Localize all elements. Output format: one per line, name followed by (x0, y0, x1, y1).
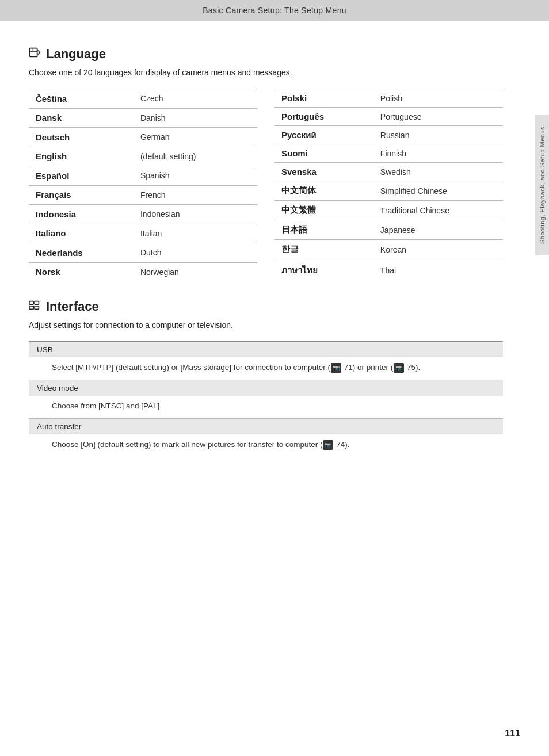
language-native: Nederlands (29, 243, 134, 263)
language-native: ภาษาไทย (274, 259, 373, 282)
interface-row-label: USB (29, 342, 503, 358)
language-english: Korean (373, 240, 503, 259)
language-row: Norsk Norwegian (29, 262, 257, 281)
language-native: Italiano (29, 224, 134, 243)
interface-row-header: Auto transfer (29, 418, 503, 434)
language-row: ภาษาไทย Thai (274, 259, 503, 282)
language-row: 中文繁體 Traditional Chinese (274, 201, 503, 220)
interface-heading: Interface (29, 299, 503, 315)
interface-row-label: Auto transfer (29, 418, 503, 434)
language-english: Thai (373, 259, 503, 282)
language-english: Swedish (373, 163, 503, 181)
interface-row-header: Video mode (29, 380, 503, 396)
language-native: Español (29, 166, 134, 186)
svg-rect-2 (35, 301, 39, 305)
language-native: Polski (274, 89, 373, 108)
language-row: Suomi Finnish (274, 144, 503, 163)
language-native: Suomi (274, 144, 373, 163)
interface-desc-text: Choose [On] (default setting) to mark al… (29, 434, 503, 457)
language-right-table: Polski Polish Português Portuguese Русск… (274, 89, 503, 281)
language-english: Indonesian (134, 205, 257, 224)
interface-description: Adjust settings for connection to a comp… (29, 320, 503, 330)
interface-row-header: USB (29, 342, 503, 358)
interface-title: Interface (46, 299, 99, 314)
main-content: Language Choose one of 20 languages for … (0, 21, 532, 471)
language-native: Čeština (29, 89, 134, 109)
language-english: Portuguese (373, 108, 503, 126)
page-number: 111 (505, 728, 520, 739)
language-row: 中文简体 Simplified Chinese (274, 181, 503, 201)
language-native: 中文繁體 (274, 201, 373, 220)
language-row: Dansk Danish (29, 108, 257, 128)
language-native: Português (274, 108, 373, 126)
language-native: 中文简体 (274, 181, 373, 201)
reference-icon: 📷 (323, 440, 333, 450)
language-english: Norwegian (134, 262, 257, 281)
language-native: English (29, 147, 134, 166)
language-title: Language (46, 47, 106, 62)
interface-row-desc: Select [MTP/PTP] (default setting) or [M… (29, 357, 503, 380)
language-english: German (134, 128, 257, 147)
language-native: 日本語 (274, 220, 373, 240)
language-row: English (default setting) (29, 147, 257, 166)
language-english: Traditional Chinese (373, 201, 503, 220)
svg-rect-3 (29, 306, 33, 310)
language-english: French (134, 185, 257, 205)
language-heading: Language (29, 46, 503, 62)
language-native: 한글 (274, 240, 373, 259)
language-row: Italiano Italian (29, 224, 257, 243)
language-row: Svenska Swedish (274, 163, 503, 181)
interface-desc-text: Select [MTP/PTP] (default setting) or [M… (29, 357, 503, 380)
language-row: Français French (29, 185, 257, 205)
language-english: Czech (134, 89, 257, 109)
language-row: Русский Russian (274, 126, 503, 144)
interface-desc-text: Choose from [NTSC] and [PAL]. (29, 396, 503, 418)
language-english: Russian (373, 126, 503, 144)
language-english: Japanese (373, 220, 503, 240)
page-header: Basic Camera Setup: The Setup Menu (0, 0, 549, 21)
interface-table: USBSelect [MTP/PTP] (default setting) or… (29, 341, 503, 457)
language-native: Deutsch (29, 128, 134, 147)
language-english: Polish (373, 89, 503, 108)
language-row: Polski Polish (274, 89, 503, 108)
language-native: Русский (274, 126, 373, 144)
language-table-container: Čeština Czech Dansk Danish Deutsch Germa… (29, 89, 503, 281)
language-icon (29, 46, 41, 62)
interface-row-desc: Choose [On] (default setting) to mark al… (29, 434, 503, 457)
language-row: Nederlands Dutch (29, 243, 257, 263)
language-description: Choose one of 20 languages for display o… (29, 68, 503, 77)
header-title: Basic Camera Setup: The Setup Menu (203, 6, 346, 15)
language-left-table: Čeština Czech Dansk Danish Deutsch Germa… (29, 89, 257, 281)
language-row: Čeština Czech (29, 89, 257, 109)
svg-rect-4 (35, 306, 39, 310)
language-native: Dansk (29, 108, 134, 128)
language-english: Italian (134, 224, 257, 243)
reference-icon: 📷 (331, 363, 341, 373)
language-row: Deutsch German (29, 128, 257, 147)
language-native: Indonesia (29, 205, 134, 224)
sidebar-label: Shooting, Playback, and Setup Menus (535, 115, 549, 255)
language-english: Finnish (373, 144, 503, 163)
language-english: (default setting) (134, 147, 257, 166)
language-row: Português Portuguese (274, 108, 503, 126)
language-row: 日本語 Japanese (274, 220, 503, 240)
interface-row-desc: Choose from [NTSC] and [PAL]. (29, 396, 503, 418)
svg-rect-0 (30, 48, 37, 57)
language-native: Français (29, 185, 134, 205)
language-row: Español Spanish (29, 166, 257, 186)
language-english: Spanish (134, 166, 257, 186)
language-native: Svenska (274, 163, 373, 181)
language-row: 한글 Korean (274, 240, 503, 259)
interface-row-label: Video mode (29, 380, 503, 396)
language-english: Dutch (134, 243, 257, 263)
interface-icon (29, 299, 41, 315)
language-english: Simplified Chinese (373, 181, 503, 201)
language-english: Danish (134, 108, 257, 128)
reference-icon: 📷 (394, 363, 404, 373)
interface-section: Interface Adjust settings for connection… (29, 299, 503, 457)
svg-rect-1 (29, 301, 33, 305)
language-native: Norsk (29, 262, 134, 281)
language-row: Indonesia Indonesian (29, 205, 257, 224)
